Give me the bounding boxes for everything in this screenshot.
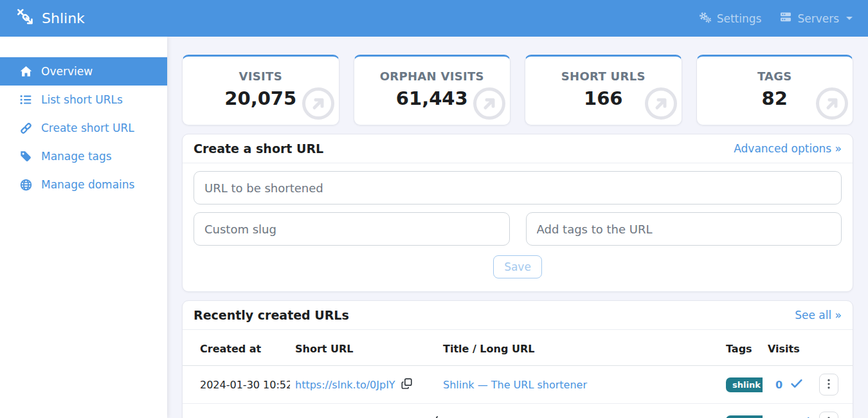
col-short-url: Short URL <box>290 330 438 366</box>
top-navbar: Shlink Settings <box>0 0 868 37</box>
col-visits: Visits <box>763 330 814 366</box>
stat-card-orphan-visits[interactable]: ORPHAN VISITS 61,443 <box>354 55 511 125</box>
create-short-url-panel: Create a short URL Advanced options » Sa… <box>182 134 853 292</box>
col-title-long-url: Title / Long URL <box>438 330 721 366</box>
custom-slug-input[interactable] <box>194 212 510 246</box>
create-panel-body: Save <box>183 163 853 291</box>
panel-title: Recently created URLs <box>194 308 349 322</box>
created-at-cell: 2024-01-29 19:20 <box>183 404 290 418</box>
stat-card-visits[interactable]: VISITS 20,075 <box>182 55 339 125</box>
col-tags: Tags <box>721 330 763 366</box>
create-panel-header: Create a short URL Advanced options » <box>183 134 853 163</box>
check-icon <box>791 379 802 391</box>
settings-label: Settings <box>717 12 762 25</box>
stat-card-tags[interactable]: TAGS 82 <box>696 55 854 125</box>
row-menu-button[interactable] <box>819 374 838 395</box>
advanced-options-link[interactable]: Advanced options » <box>734 142 842 155</box>
stat-title: SHORT URLS <box>525 69 682 83</box>
stat-title: TAGS <box>697 69 853 83</box>
sidebar-item-label: Manage domains <box>41 178 134 191</box>
col-actions <box>814 330 853 366</box>
main-content: VISITS 20,075 ORPHAN VISITS 61,443 SHORT… <box>167 37 868 418</box>
see-all-link[interactable]: See all » <box>795 309 842 322</box>
globe-icon <box>19 178 32 191</box>
short-url-link[interactable]: https://slnk.to/0JpIY <box>295 379 395 391</box>
sidebar: Overview List short URLs Create short UR… <box>0 37 167 418</box>
brand-title: Shlink <box>42 10 85 26</box>
shlink-logo-icon <box>15 7 35 30</box>
kebab-icon <box>827 379 830 391</box>
sidebar-item-manage-domains[interactable]: Manage domains <box>0 170 167 199</box>
col-created-at: Created at <box>183 330 290 366</box>
tag-badge[interactable]: shlink <box>726 415 763 418</box>
table-row: 2024-01-29 19:20 https://slnk.to/v4.0.0-… <box>183 404 853 418</box>
sidebar-item-label: List short URLs <box>41 93 123 106</box>
recently-created-urls-panel: Recently created URLs See all » Created … <box>182 300 853 418</box>
sidebar-item-manage-tags[interactable]: Manage tags <box>0 142 167 170</box>
panel-title: Create a short URL <box>194 141 323 156</box>
gears-icon <box>699 12 712 26</box>
servers-label: Servers <box>797 12 839 25</box>
stat-title: ORPHAN VISITS <box>354 69 511 83</box>
arrow-up-right-circle-icon <box>644 87 678 123</box>
sidebar-item-overview[interactable]: Overview <box>0 57 167 86</box>
brand[interactable]: Shlink <box>15 7 85 30</box>
copy-icon[interactable] <box>433 416 438 418</box>
sidebar-item-list-short-urls[interactable]: List short URLs <box>0 86 167 114</box>
created-at-cell: 2024-01-30 10:52 <box>183 366 290 404</box>
copy-icon[interactable] <box>401 378 412 392</box>
sidebar-item-label: Manage tags <box>41 150 112 163</box>
stats-row: VISITS 20,075 ORPHAN VISITS 61,443 SHORT… <box>182 55 853 125</box>
row-menu-button[interactable] <box>819 412 838 418</box>
servers-dropdown[interactable]: Servers <box>779 12 853 25</box>
link-icon <box>19 122 32 134</box>
arrow-up-right-circle-icon <box>473 87 506 123</box>
chevron-down-icon <box>846 17 853 20</box>
tag-icon <box>19 150 32 163</box>
visits-count-link[interactable]: 0 <box>775 379 782 391</box>
sidebar-item-label: Create short URL <box>41 122 134 134</box>
home-icon <box>19 65 32 78</box>
arrow-up-right-circle-icon <box>302 87 335 123</box>
add-tags-input[interactable] <box>526 212 842 246</box>
table-header-row: Created at Short URL Title / Long URL Ta… <box>183 330 853 366</box>
url-to-shorten-input[interactable] <box>194 171 842 204</box>
sidebar-item-create-short-url[interactable]: Create short URL <box>0 114 167 142</box>
navbar-right: Settings Servers <box>699 12 853 26</box>
settings-menu-item[interactable]: Settings <box>699 12 762 26</box>
servers-icon <box>779 12 792 25</box>
sidebar-item-label: Overview <box>41 65 93 78</box>
tag-badge[interactable]: shlink <box>726 377 763 392</box>
recent-panel-header: Recently created URLs See all » <box>183 301 853 330</box>
long-url-title-link[interactable]: Shlink — The URL shortener <box>443 379 587 391</box>
recent-urls-table: Created at Short URL Title / Long URL Ta… <box>183 330 853 418</box>
save-button[interactable]: Save <box>493 255 542 278</box>
list-icon <box>19 93 32 106</box>
table-row: 2024-01-30 10:52 https://slnk.to/0JpIY <box>183 366 853 404</box>
arrow-up-right-circle-icon <box>815 87 849 123</box>
stat-title: VISITS <box>183 69 339 83</box>
stat-card-short-urls[interactable]: SHORT URLS 166 <box>525 55 682 125</box>
